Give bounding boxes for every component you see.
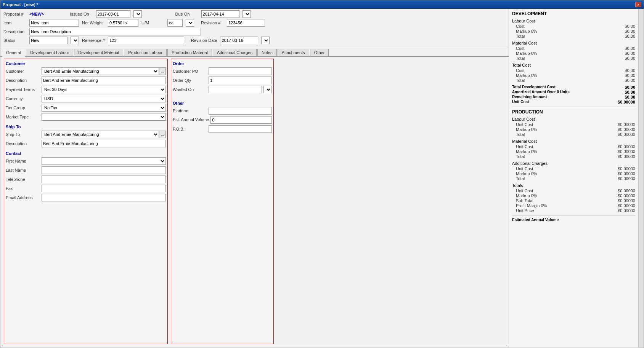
- prod-labour-markup-line: Markup 0% $0.00000: [512, 127, 635, 132]
- ship-to-label: Ship-To: [6, 132, 40, 137]
- est-annual-row: Est. Annual Volume: [173, 116, 272, 124]
- tab-production-labour[interactable]: Production Labour: [124, 49, 167, 56]
- main-content: Proposal # <NEW> Issued On ▼ Due On ▼ It…: [0, 9, 644, 348]
- prod-addl-total-line: Total $0.00000: [512, 176, 635, 181]
- ship-to-description-input[interactable]: [42, 140, 166, 147]
- revision-hash-input[interactable]: [227, 19, 265, 27]
- fax-input[interactable]: [42, 185, 166, 192]
- due-on-input[interactable]: [201, 10, 239, 18]
- ship-to-dots-button[interactable]: ...: [159, 131, 166, 138]
- dev-labour-total-value: $0.00: [625, 34, 635, 38]
- tax-group-select[interactable]: No Tax: [42, 104, 166, 112]
- dev-material-total-label: Total: [516, 56, 525, 61]
- order-qty-input[interactable]: [209, 77, 272, 84]
- scrollbar[interactable]: [638, 9, 644, 348]
- customer-combo: Bert And Ernie Manufacturing ...: [42, 67, 166, 75]
- revision-date-label: Revision Date: [191, 38, 217, 43]
- section-divider-2: [512, 215, 635, 216]
- dev-material-markup-label: Markup 0%: [516, 51, 537, 56]
- amortized-value: $0.00: [625, 90, 635, 94]
- dev-labour-cost-line: Cost $0.00: [512, 24, 635, 29]
- tab-development-material[interactable]: Development Material: [74, 49, 123, 56]
- revision-hash-label: Revision #: [201, 21, 224, 25]
- status-dropdown[interactable]: ▼: [71, 37, 79, 44]
- dev-total-cost-value: $0.00: [625, 68, 635, 73]
- dev-material-cost-value: $0.00: [625, 46, 635, 51]
- telephone-input[interactable]: [42, 176, 166, 183]
- tab-production-material[interactable]: Production Material: [167, 49, 212, 56]
- tab-content-general: Customer Customer Bert And Ernie Manufac…: [2, 57, 507, 346]
- prod-labour-unit-line: Unit Cost $0.00000: [512, 122, 635, 127]
- wanted-on-dropdown[interactable]: ▼: [263, 86, 272, 93]
- telephone-row: Telephone: [6, 176, 166, 183]
- tab-general[interactable]: General: [2, 49, 25, 57]
- order-section-title: Order: [173, 61, 272, 66]
- ship-to-description-label: Description: [6, 141, 40, 146]
- customer-description-input[interactable]: [42, 77, 166, 84]
- est-annual-label: Est. Annual Volume: [173, 117, 209, 122]
- issued-on-dropdown[interactable]: ▼: [133, 10, 142, 18]
- dev-total-total-value: $0.00: [625, 78, 635, 83]
- customer-section: Customer Customer Bert And Ernie Manufac…: [6, 61, 166, 122]
- um-dropdown[interactable]: ▼: [186, 19, 194, 27]
- revision-date-dropdown[interactable]: ▼: [261, 37, 270, 44]
- due-on-dropdown[interactable]: ▼: [243, 10, 251, 18]
- first-name-select[interactable]: [42, 157, 166, 165]
- dev-total-cost-title: Total Cost: [512, 63, 635, 67]
- customer-section-title: Customer: [6, 61, 166, 66]
- um-input[interactable]: [167, 19, 183, 27]
- prod-totals-price-value: $0.00000: [618, 208, 635, 213]
- payment-terms-select[interactable]: Net 30 Days: [42, 86, 166, 93]
- dev-labour-markup-value: $0.00: [625, 29, 635, 34]
- ship-to-select[interactable]: Bert And Ernie Manufacturing: [42, 131, 159, 138]
- wanted-on-input[interactable]: [209, 86, 262, 93]
- order-qty-row: Order Qty: [173, 77, 272, 84]
- prod-totals-profit-line: Profit Margin 0% $0.00000: [512, 203, 635, 208]
- platform-row: Platform: [173, 107, 272, 115]
- reference-input[interactable]: [108, 37, 184, 44]
- item-input[interactable]: [29, 19, 79, 27]
- first-name-row: First Name: [6, 157, 166, 165]
- email-label: Email Address: [6, 195, 40, 200]
- dev-material-cost-line: Cost $0.00: [512, 46, 635, 51]
- proposal-value: <NEW>: [29, 12, 44, 16]
- close-button[interactable]: ×: [635, 2, 641, 7]
- market-type-row: Market Type: [6, 113, 166, 121]
- title-bar: Proposal - [new] * ×: [0, 0, 644, 9]
- total-dev-line: Total Development Cost $0.00: [512, 85, 635, 89]
- tab-additional-charges[interactable]: Additional Charges: [213, 49, 257, 56]
- email-input[interactable]: [42, 194, 166, 201]
- amortized-line: Amortized Amount Over 0 Units $0.00: [512, 90, 635, 94]
- currency-select[interactable]: USD: [42, 95, 166, 102]
- prod-material-markup-label: Markup 0%: [516, 149, 537, 154]
- tab-notes[interactable]: Notes: [257, 49, 277, 56]
- tab-development-labour[interactable]: Development Labour: [26, 49, 73, 56]
- description-input[interactable]: [29, 28, 201, 35]
- platform-input[interactable]: [209, 107, 272, 115]
- issued-on-input[interactable]: [96, 10, 130, 18]
- prod-totals-unit-line: Unit Cost $0.00000: [512, 188, 635, 193]
- customer-select[interactable]: Bert And Ernie Manufacturing: [42, 67, 159, 75]
- market-type-select[interactable]: [42, 113, 166, 121]
- production-title: PRODUCTION: [512, 109, 635, 115]
- prod-labour-markup-value: $0.00000: [618, 127, 635, 132]
- section-divider-1: [512, 107, 635, 107]
- customer-dots-button[interactable]: ...: [159, 67, 166, 75]
- item-label: Item: [3, 21, 26, 25]
- status-input[interactable]: [29, 37, 67, 44]
- customer-po-input[interactable]: [209, 67, 272, 75]
- revision-date-input[interactable]: [220, 37, 258, 44]
- tab-other[interactable]: Other: [310, 49, 329, 56]
- ship-to-row: Ship-To Bert And Ernie Manufacturing ...: [6, 131, 166, 138]
- last-name-label: Last Name: [6, 168, 40, 172]
- est-annual-input[interactable]: [210, 116, 272, 124]
- dev-total-markup-value: $0.00: [625, 73, 635, 78]
- prod-material-cost-title: Material Cost: [512, 139, 635, 144]
- customer-description-label: Description: [6, 78, 40, 83]
- last-name-input[interactable]: [42, 166, 166, 174]
- net-weight-input[interactable]: [108, 19, 138, 27]
- dev-unit-cost-value: $0.00000: [618, 100, 635, 104]
- tab-attachments[interactable]: Attachments: [278, 49, 309, 56]
- fob-input[interactable]: [209, 125, 272, 133]
- dev-material-markup-value: $0.00: [625, 51, 635, 56]
